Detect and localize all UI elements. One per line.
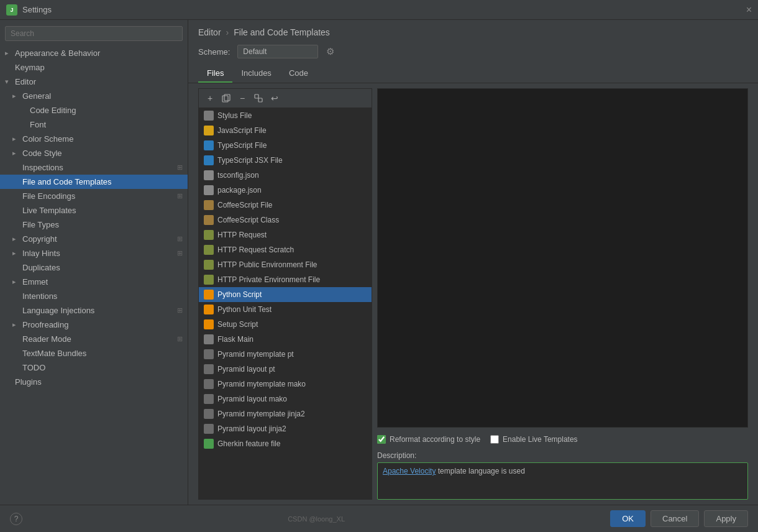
- sidebar-item-language-injections[interactable]: Language Injections⊞: [0, 303, 188, 318]
- copy-template-button[interactable]: [219, 91, 234, 105]
- file-icon: [204, 319, 214, 329]
- file-item[interactable]: HTTP Request: [199, 227, 372, 242]
- description-section: Description: Apache Velocity template la…: [377, 451, 748, 500]
- file-name: Pyramid mytemplate mako: [217, 380, 306, 388]
- file-item[interactable]: package.json: [199, 183, 372, 198]
- file-icon: [204, 409, 214, 419]
- sidebar-item-code-style[interactable]: Code Style: [0, 146, 188, 160]
- file-item[interactable]: JavaScript File: [199, 123, 372, 138]
- sidebar-label-color-scheme: Color Scheme: [22, 134, 73, 144]
- sidebar-item-file-and-code-templates[interactable]: File and Code Templates: [0, 175, 188, 189]
- file-name: Pyramid mytemplate jinja2: [217, 410, 305, 418]
- file-item[interactable]: tsconfig.json: [199, 168, 372, 183]
- apache-velocity-link[interactable]: Apache Velocity: [383, 467, 436, 475]
- sidebar-item-general[interactable]: General: [0, 89, 188, 103]
- sidebar-label-file-and-code-templates: File and Code Templates: [22, 177, 112, 186]
- sidebar-item-copyright[interactable]: Copyright⊞: [0, 232, 188, 246]
- file-item[interactable]: CoffeeScript Class: [199, 213, 372, 227]
- sidebar-item-color-scheme[interactable]: Color Scheme: [0, 132, 188, 146]
- sidebar-item-textmate-bundles[interactable]: TextMate Bundles: [0, 346, 188, 360]
- sidebar-item-editor[interactable]: Editor: [0, 75, 188, 89]
- sidebar-label-file-types: File Types: [22, 220, 59, 229]
- file-item[interactable]: HTTP Request Scratch: [199, 242, 372, 257]
- sidebar-item-plugins[interactable]: Plugins: [0, 375, 188, 389]
- bottom-bar: ? CSDN @loong_XL OK Cancel Apply: [0, 505, 758, 532]
- sidebar-label-language-injections: Language Injections: [22, 306, 94, 315]
- help-icon: ?: [10, 513, 22, 525]
- file-name: tsconfig.json: [217, 171, 259, 180]
- file-item[interactable]: Flask Main: [199, 332, 372, 347]
- file-item[interactable]: Stylus File: [199, 108, 372, 123]
- description-label: Description:: [377, 451, 748, 460]
- file-item[interactable]: TypeScript JSX File: [199, 153, 372, 168]
- file-item[interactable]: Pyramid mytemplate pt: [199, 347, 372, 362]
- csdn-watermark: CSDN @loong_XL: [288, 515, 345, 523]
- cancel-button[interactable]: Cancel: [651, 510, 699, 527]
- sidebar-item-todo[interactable]: TODO: [0, 360, 188, 375]
- file-icon: [204, 364, 214, 374]
- sidebar-item-proofreading[interactable]: Proofreading: [0, 318, 188, 332]
- help-icon-wrapper[interactable]: ?: [10, 513, 22, 525]
- chevron-appearance: [5, 49, 12, 57]
- file-item[interactable]: Python Script: [199, 287, 372, 302]
- right-panel: Reformat according to style Enable Live …: [377, 88, 748, 500]
- file-item[interactable]: Pyramid layout pt: [199, 362, 372, 377]
- chevron-emmet: [12, 278, 20, 286]
- sidebar-item-duplicates[interactable]: Duplicates: [0, 260, 188, 275]
- reformat-checkbox[interactable]: [377, 435, 386, 444]
- file-icon: [204, 185, 214, 195]
- file-icon: [204, 126, 214, 135]
- sidebar-item-file-encodings[interactable]: File Encodings⊞: [0, 189, 188, 203]
- file-name: package.json: [217, 186, 262, 195]
- reformat-checkbox-label[interactable]: Reformat according to style: [377, 435, 480, 444]
- file-item[interactable]: Setup Script: [199, 317, 372, 332]
- file-item[interactable]: Pyramid mytemplate jinja2: [199, 406, 372, 421]
- file-name: HTTP Private Environment File: [217, 275, 320, 284]
- sidebar-settings-icon-reader-mode: ⊞: [177, 335, 183, 343]
- add-template-button[interactable]: +: [203, 91, 217, 105]
- revert-template-button[interactable]: ↩: [267, 91, 282, 105]
- search-input[interactable]: [5, 26, 183, 41]
- sidebar-item-font[interactable]: Font: [0, 117, 188, 132]
- sidebar-item-live-templates[interactable]: Live Templates: [0, 203, 188, 218]
- ok-button[interactable]: OK: [610, 510, 646, 527]
- scheme-select[interactable]: Default Project: [237, 45, 318, 58]
- file-item[interactable]: Pyramid layout jinja2: [199, 421, 372, 436]
- file-icon: [204, 140, 214, 150]
- file-name: Gherkin feature file: [217, 439, 280, 448]
- sidebar-item-intentions[interactable]: Intentions: [0, 289, 188, 303]
- reset-template-button[interactable]: [251, 91, 266, 105]
- sidebar-item-file-types[interactable]: File Types: [0, 218, 188, 232]
- scheme-gear-button[interactable]: ⚙: [323, 45, 337, 58]
- file-item[interactable]: CoffeeScript File: [199, 198, 372, 213]
- file-item[interactable]: TypeScript File: [199, 138, 372, 153]
- file-item[interactable]: Pyramid layout mako: [199, 392, 372, 406]
- file-name: HTTP Public Environment File: [217, 260, 317, 269]
- close-button[interactable]: ×: [746, 5, 752, 15]
- sidebar-item-keymap[interactable]: Keymap: [0, 60, 188, 75]
- file-icon: [204, 170, 214, 180]
- sidebar-item-emmet[interactable]: Emmet: [0, 275, 188, 289]
- apply-button[interactable]: Apply: [704, 510, 748, 527]
- tab-code[interactable]: Code: [280, 65, 317, 83]
- sidebar-item-reader-mode[interactable]: Reader Mode⊞: [0, 332, 188, 346]
- file-item[interactable]: Gherkin feature file: [199, 436, 372, 451]
- sidebar-item-code-editing[interactable]: Code Editing: [0, 103, 188, 117]
- tab-files[interactable]: Files: [198, 65, 232, 83]
- file-item[interactable]: Pyramid mytemplate mako: [199, 377, 372, 392]
- file-item[interactable]: Python Unit Test: [199, 302, 372, 317]
- file-icon: [204, 334, 214, 344]
- sidebar-item-inlay-hints[interactable]: Inlay Hints⊞: [0, 246, 188, 260]
- file-item[interactable]: HTTP Public Environment File: [199, 257, 372, 272]
- file-name: HTTP Request Scratch: [217, 245, 294, 254]
- sidebar-item-inspections[interactable]: Inspections⊞: [0, 160, 188, 175]
- file-name: TypeScript JSX File: [217, 156, 283, 165]
- file-icon: [204, 245, 214, 255]
- sidebar-item-appearance[interactable]: Appearance & Behavior: [0, 46, 188, 60]
- tab-includes[interactable]: Includes: [232, 65, 280, 83]
- live-templates-checkbox-label[interactable]: Enable Live Templates: [490, 435, 578, 444]
- template-editor[interactable]: [377, 88, 748, 428]
- remove-template-button[interactable]: −: [235, 91, 250, 105]
- file-item[interactable]: HTTP Private Environment File: [199, 272, 372, 287]
- live-templates-checkbox[interactable]: [490, 435, 499, 444]
